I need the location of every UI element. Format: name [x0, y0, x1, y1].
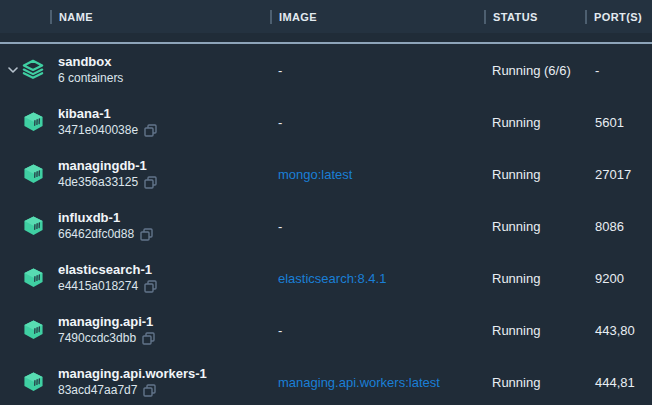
image-name[interactable]: mongo:latest — [270, 167, 484, 182]
container-icon — [22, 267, 44, 289]
column-header-status[interactable]: STATUS — [484, 10, 585, 24]
container-icon — [22, 319, 44, 341]
containers-table: NAME IMAGE STATUS PORT(S) — [0, 0, 652, 405]
container-name: sandbox — [58, 54, 123, 70]
ports-text: 5601 — [585, 115, 652, 130]
copy-icon[interactable] — [142, 332, 155, 345]
copy-icon[interactable] — [140, 228, 153, 241]
name-cell: managing.api-1 7490ccdc3dbb — [0, 304, 270, 356]
chevron-down-icon[interactable] — [8, 118, 22, 126]
column-header-label: IMAGE — [279, 11, 317, 23]
chevron-down-icon[interactable] — [8, 170, 22, 178]
name-block: sandbox 6 containers — [58, 54, 123, 86]
chevron-down-icon[interactable] — [8, 378, 22, 386]
table-row[interactable]: sandbox 6 containers - Running (6/6) - — [0, 44, 652, 96]
column-header-name[interactable]: NAME — [0, 10, 270, 24]
container-subtext: 3471e040038e — [58, 122, 138, 138]
column-header-label: STATUS — [493, 11, 538, 23]
container-subtext: e4415a018274 — [58, 278, 138, 294]
name-cell: elasticsearch-1 e4415a018274 — [0, 252, 270, 304]
container-subtext: 83acd47aa7d7 — [58, 382, 137, 398]
name-block: managing.api-1 7490ccdc3dbb — [58, 314, 155, 346]
container-name: kibana-1 — [58, 106, 157, 122]
ports-text: 443,80 — [585, 323, 652, 338]
container-icon — [22, 111, 44, 133]
column-header-label: PORT(S) — [594, 11, 642, 23]
copy-icon[interactable] — [144, 280, 157, 293]
header-gap — [0, 33, 652, 42]
table-row[interactable]: managingdb-1 4de356a33125 mongo:latest R… — [0, 148, 652, 200]
name-cell: influxdb-1 66462dfc0d88 — [0, 200, 270, 252]
container-subtext: 4de356a33125 — [58, 174, 138, 190]
table-row[interactable]: influxdb-1 66462dfc0d88 - Running 8086 — [0, 200, 652, 252]
container-name: influxdb-1 — [58, 210, 153, 226]
container-subtext: 66462dfc0d88 — [58, 226, 134, 242]
container-subtext: 6 containers — [58, 70, 123, 86]
table-header: NAME IMAGE STATUS PORT(S) — [0, 0, 652, 33]
ports-text: - — [585, 63, 652, 78]
container-icon — [22, 215, 44, 237]
ports-text: 8086 — [585, 219, 652, 234]
container-icon — [22, 163, 44, 185]
table-row[interactable]: managing.api.workers-1 83acd47aa7d7 mana… — [0, 356, 652, 405]
column-separator — [585, 10, 587, 24]
image-name[interactable]: elasticsearch:8.4.1 — [270, 271, 484, 286]
name-block: managing.api.workers-1 83acd47aa7d7 — [58, 366, 207, 398]
image-name: - — [270, 115, 484, 130]
name-cell: managingdb-1 4de356a33125 — [0, 148, 270, 200]
copy-icon[interactable] — [143, 384, 156, 397]
name-block: elasticsearch-1 e4415a018274 — [58, 262, 157, 294]
status-text: Running — [484, 167, 585, 182]
name-block: influxdb-1 66462dfc0d88 — [58, 210, 153, 242]
name-block: kibana-1 3471e040038e — [58, 106, 157, 138]
status-text: Running — [484, 271, 585, 286]
name-block: managingdb-1 4de356a33125 — [58, 158, 157, 190]
name-cell: managing.api.workers-1 83acd47aa7d7 — [0, 356, 270, 405]
chevron-down-icon[interactable] — [8, 326, 22, 334]
table-row[interactable]: managing.api-1 7490ccdc3dbb - Running 44… — [0, 304, 652, 356]
status-text: Running — [484, 323, 585, 338]
status-text: Running (6/6) — [484, 63, 585, 78]
column-header-label: NAME — [59, 11, 93, 23]
column-header-ports[interactable]: PORT(S) — [585, 10, 652, 24]
column-separator — [484, 10, 486, 24]
column-header-image[interactable]: IMAGE — [270, 10, 484, 24]
chevron-down-icon[interactable] — [8, 274, 22, 282]
container-icon — [22, 371, 44, 393]
table-body: sandbox 6 containers - Running (6/6) - — [0, 44, 652, 405]
image-name: - — [270, 219, 484, 234]
container-name: elasticsearch-1 — [58, 262, 157, 278]
status-text: Running — [484, 375, 585, 390]
container-name: managing.api-1 — [58, 314, 155, 330]
name-cell: kibana-1 3471e040038e — [0, 96, 270, 148]
chevron-down-icon[interactable] — [8, 66, 22, 74]
container-subtext: 7490ccdc3dbb — [58, 330, 136, 346]
table-row[interactable]: elasticsearch-1 e4415a018274 elasticsear… — [0, 252, 652, 304]
image-name[interactable]: managing.api.workers:latest — [270, 375, 484, 390]
compose-stack-icon — [22, 58, 44, 82]
copy-icon[interactable] — [144, 124, 157, 137]
table-row[interactable]: kibana-1 3471e040038e - Running 5601 — [0, 96, 652, 148]
column-separator — [270, 10, 272, 24]
image-name: - — [270, 323, 484, 338]
container-name: managingdb-1 — [58, 158, 157, 174]
chevron-down-icon[interactable] — [8, 222, 22, 230]
ports-text: 27017 — [585, 167, 652, 182]
status-text: Running — [484, 219, 585, 234]
image-name: - — [270, 63, 484, 78]
container-name: managing.api.workers-1 — [58, 366, 207, 382]
ports-text: 444,81 — [585, 375, 652, 390]
copy-icon[interactable] — [144, 176, 157, 189]
column-separator — [50, 10, 52, 24]
status-text: Running — [484, 115, 585, 130]
ports-text: 9200 — [585, 271, 652, 286]
name-cell: sandbox 6 containers — [0, 44, 270, 96]
